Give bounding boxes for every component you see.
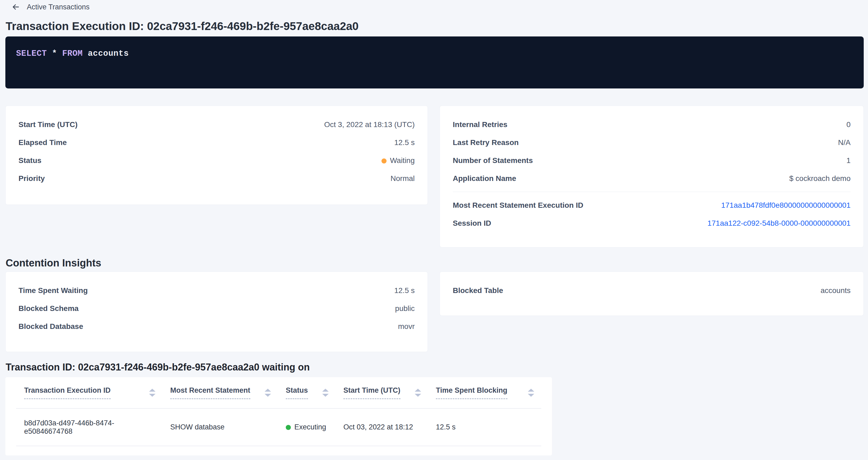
- summary-card-right: Internal Retries 0 Last Retry Reason N/A…: [440, 105, 864, 247]
- column-header-label[interactable]: Transaction Execution ID: [24, 386, 111, 399]
- back-arrow-icon: [11, 2, 20, 11]
- sort-arrows-icon[interactable]: [528, 389, 534, 397]
- info-row-priority: Priority Normal: [19, 170, 415, 187]
- sort-arrows-icon[interactable]: [322, 389, 329, 397]
- elapsed-time-value: 12.5 s: [394, 138, 415, 147]
- blocked-schema-value: public: [395, 304, 415, 313]
- summary-cards-row: Start Time (UTC) Oct 3, 2022 at 18:13 (U…: [5, 105, 864, 247]
- info-row-blocked-table: Blocked Table accounts: [453, 281, 850, 300]
- application-name-value: $ cockroach demo: [789, 174, 850, 183]
- info-row-last-retry-reason: Last Retry Reason N/A: [453, 133, 850, 151]
- sql-keyword-select: SELECT: [16, 49, 47, 58]
- column-header-start-time[interactable]: Start Time (UTC): [343, 386, 436, 399]
- info-row-internal-retries: Internal Retries 0: [453, 116, 850, 133]
- contention-insights-heading: Contention Insights: [6, 257, 868, 269]
- time-spent-waiting-label: Time Spent Waiting: [19, 286, 88, 295]
- back-link[interactable]: Active Transactions: [11, 2, 90, 12]
- statement-execution-id-link[interactable]: 171aa1b478fdf0e80000000000000001: [721, 201, 850, 210]
- session-id-link[interactable]: 171aa122-c092-54b8-0000-000000000001: [707, 219, 850, 227]
- status-executing-dot-icon: [286, 425, 291, 430]
- start-time-value: Oct 3, 2022 at 18:13 (UTC): [324, 120, 415, 129]
- info-row-session-id: Session ID 171aa122-c092-54b8-0000-00000…: [453, 214, 850, 232]
- priority-value: Normal: [391, 174, 415, 183]
- info-row-statement-execution-id: Most Recent Statement Execution ID 171aa…: [453, 196, 850, 214]
- cell-transaction-execution-id: b8d7d03a-d497-446b-8474-e50846674768: [16, 419, 170, 436]
- waiting-on-table: Transaction Execution ID Most Recent Sta…: [16, 377, 541, 446]
- column-header-label[interactable]: Status: [286, 386, 308, 399]
- back-link-label[interactable]: Active Transactions: [27, 3, 90, 11]
- info-row-blocked-schema: Blocked Schema public: [19, 300, 415, 317]
- elapsed-time-label: Elapsed Time: [19, 138, 67, 147]
- info-row-blocked-database: Blocked Database movr: [19, 317, 415, 335]
- cell-time-spent-blocking: 12.5 s: [436, 423, 541, 431]
- column-header-status[interactable]: Status: [286, 386, 343, 399]
- cell-status: Executing: [286, 423, 343, 431]
- time-spent-waiting-value: 12.5 s: [394, 286, 415, 295]
- internal-retries-value: 0: [846, 120, 850, 129]
- status-waiting-dot-icon: [381, 158, 386, 163]
- sql-statement-box: SELECT * FROM accounts: [5, 36, 864, 88]
- info-row-start-time: Start Time (UTC) Oct 3, 2022 at 18:13 (U…: [19, 116, 415, 133]
- info-row-number-of-statements: Number of Statements 1: [453, 151, 850, 170]
- column-header-time-spent-blocking[interactable]: Time Spent Blocking: [436, 386, 541, 399]
- table-row: b8d7d03a-d497-446b-8474-e50846674768 SHO…: [16, 408, 541, 446]
- column-header-label[interactable]: Start Time (UTC): [343, 386, 401, 399]
- column-header-label[interactable]: Time Spent Blocking: [436, 386, 507, 399]
- sql-asterisk: *: [52, 49, 57, 58]
- column-header-transaction-execution-id[interactable]: Transaction Execution ID: [16, 386, 170, 399]
- sql-keyword-from: FROM: [62, 49, 83, 58]
- internal-retries-label: Internal Retries: [453, 120, 507, 129]
- statement-execution-id-label: Most Recent Statement Execution ID: [453, 201, 583, 210]
- blocked-database-value: movr: [398, 322, 415, 331]
- page-title: Transaction Execution ID: 02ca7931-f246-…: [6, 20, 868, 33]
- cell-most-recent-statement: SHOW database: [170, 423, 286, 431]
- contention-card-right: Blocked Table accounts: [440, 272, 864, 316]
- sort-arrows-icon[interactable]: [149, 389, 155, 397]
- contention-cards-row: Time Spent Waiting 12.5 s Blocked Schema…: [5, 272, 864, 352]
- number-of-statements-label: Number of Statements: [453, 156, 533, 165]
- last-retry-reason-label: Last Retry Reason: [453, 138, 519, 147]
- blocked-table-label: Blocked Table: [453, 286, 503, 295]
- summary-card-left: Start Time (UTC) Oct 3, 2022 at 18:13 (U…: [5, 105, 428, 205]
- application-name-label: Application Name: [453, 174, 516, 183]
- waiting-on-table-card: Transaction Execution ID Most Recent Sta…: [5, 377, 552, 455]
- session-id-label: Session ID: [453, 219, 491, 227]
- info-row-time-spent-waiting: Time Spent Waiting 12.5 s: [19, 281, 415, 300]
- blocked-schema-label: Blocked Schema: [19, 304, 79, 313]
- blocked-database-label: Blocked Database: [19, 322, 83, 331]
- sort-arrows-icon[interactable]: [265, 389, 271, 397]
- start-time-label: Start Time (UTC): [19, 120, 78, 129]
- last-retry-reason-value: N/A: [838, 138, 850, 147]
- sort-arrows-icon[interactable]: [415, 389, 421, 397]
- waiting-on-heading: Transaction ID: 02ca7931-f246-469b-b2fe-…: [6, 362, 868, 373]
- info-row-elapsed-time: Elapsed Time 12.5 s: [19, 133, 415, 151]
- info-row-application-name: Application Name $ cockroach demo: [453, 170, 850, 187]
- priority-label: Priority: [19, 174, 45, 183]
- status-value-text: Waiting: [390, 156, 415, 164]
- status-value: Waiting: [381, 156, 415, 165]
- info-row-status: Status Waiting: [19, 151, 415, 170]
- column-header-label[interactable]: Most Recent Statement: [170, 386, 250, 399]
- table-header-row: Transaction Execution ID Most Recent Sta…: [16, 377, 541, 408]
- column-header-most-recent-statement[interactable]: Most Recent Statement: [170, 386, 286, 399]
- card-divider: [453, 192, 850, 192]
- cell-start-time: Oct 03, 2022 at 18:12: [343, 423, 436, 431]
- cell-status-text: Executing: [294, 423, 326, 431]
- page: Active Transactions Transaction Executio…: [0, 2, 868, 455]
- status-label: Status: [19, 156, 41, 165]
- sql-table-name: accounts: [88, 49, 129, 58]
- number-of-statements-value: 1: [846, 156, 850, 165]
- blocked-table-value: accounts: [820, 286, 850, 295]
- contention-card-left: Time Spent Waiting 12.5 s Blocked Schema…: [5, 272, 428, 352]
